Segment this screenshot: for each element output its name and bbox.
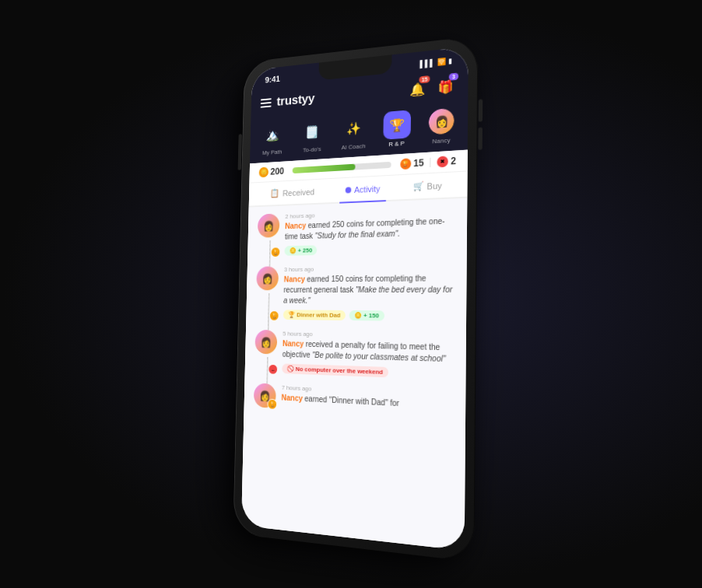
todos-label: To-do's <box>303 145 321 153</box>
header-right: 🔔 15 🎁 3 <box>406 75 457 101</box>
coin-dot-yellow: 🪙 <box>259 167 269 178</box>
feed-tag-2-0: 🏆 Dinner with Dad <box>283 310 346 320</box>
buy-icon: 🛒 <box>412 181 423 192</box>
power-button <box>238 134 242 170</box>
nav-tab-my-path[interactable]: 🏔️ My Path <box>257 120 287 156</box>
feed-tag-1-0: 🪙 + 250 <box>284 245 317 255</box>
gift-icon: 🎁 <box>437 79 454 95</box>
activity-label: Activity <box>354 184 381 194</box>
feed-avatar-4: 👩 🏆 <box>254 383 276 408</box>
feed-avatar-badge-2: 🏆 <box>269 310 279 321</box>
signal-icon: ▌▌▌ <box>419 58 434 68</box>
coin-dot-red: ✖ <box>437 156 448 167</box>
feed-avatar-img-3: 👩 <box>254 330 277 355</box>
feed-avatar-1: 👩 🏆 <box>257 213 279 256</box>
rp-icon: 🏆 <box>383 110 411 140</box>
rp-label: R & P <box>388 140 405 148</box>
feed-avatar-img-1: 👩 <box>258 213 280 237</box>
feed-item-3: 👩 – 5 hours ago Nancy received a penalty… <box>245 322 466 383</box>
gift-badge: 3 <box>449 72 458 80</box>
tab-activity[interactable]: Activity <box>339 179 386 199</box>
feed-text-3: Nancy received a penalty for failing to … <box>283 338 455 365</box>
feed-content-3: 5 hours ago Nancy received a penalty for… <box>282 331 455 380</box>
feed-text-2: Nancy earned 150 coins for completing th… <box>283 273 455 307</box>
notification-button[interactable]: 🔔 15 <box>406 77 428 101</box>
app-title: trustyy <box>276 91 314 109</box>
feed-item-4: 👩 🏆 7 hours ago Nancy earned "Dinner wit… <box>244 375 466 422</box>
feed-text-1: Nancy earned 250 coins for completing th… <box>285 215 456 242</box>
ai-coach-label: AI Coach <box>342 142 366 151</box>
notif-badge: 15 <box>419 75 430 83</box>
my-path-icon: 🏔️ <box>260 121 285 149</box>
coin-bar-progress <box>293 164 356 174</box>
feed-tag-3-0: 🚫 No computer over the weekend <box>282 363 388 377</box>
my-path-label: My Path <box>262 149 283 156</box>
feed-time-2: 3 hours ago <box>284 264 455 273</box>
volume-down-button <box>478 127 482 149</box>
feed-tags-1: 🪙 + 250 <box>284 242 455 256</box>
feed-name-3: Nancy <box>283 339 304 348</box>
coin-item-trophy: 🏆 15 <box>400 157 423 170</box>
activity-dot <box>346 187 352 193</box>
feed-content-4: 7 hours ago Nancy earned "Dinner with Da… <box>281 384 454 418</box>
feed-name-2: Nancy <box>284 275 305 284</box>
received-label: Received <box>283 187 314 198</box>
nav-tab-nancy[interactable]: 👩 Nancy <box>424 106 459 145</box>
tab-buy[interactable]: 🛒 Buy <box>406 176 448 196</box>
nancy-label: Nancy <box>432 137 450 145</box>
nav-tab-todos[interactable]: 🗒️ To-do's <box>297 117 328 154</box>
feed-avatar-3: 👩 – <box>254 330 277 373</box>
header-left: trustyy <box>261 91 315 110</box>
received-icon: 📋 <box>270 188 280 198</box>
wifi-icon: 🛜 <box>437 58 446 66</box>
feed-tag-2-1: 🪙 + 150 <box>349 310 384 321</box>
coin-item-main: 🪙 200 <box>259 166 285 177</box>
feed-avatar-badge-4: 🏆 <box>267 399 277 410</box>
feed-item-2: 👩 🏆 3 hours ago Nancy earned 150 coins f… <box>246 256 466 325</box>
feed-name-4: Nancy <box>281 394 302 403</box>
feed-tags-2: 🏆 Dinner with Dad 🪙 + 150 <box>283 310 455 321</box>
feed-avatar-2: 👩 🏆 <box>255 266 279 319</box>
nav-tab-rp[interactable]: 🏆 R & P <box>380 110 414 149</box>
nancy-avatar: 👩 <box>429 108 455 135</box>
penalty-value: 2 <box>451 156 456 167</box>
status-icons: ▌▌▌ 🛜 ▮ <box>419 57 452 68</box>
ai-coach-icon: ✨ <box>340 114 367 143</box>
activity-feed: 👩 🏆 2 hours ago Nancy earned 250 coins f… <box>241 198 467 551</box>
bell-icon: 🔔 <box>409 81 425 97</box>
status-time: 9:41 <box>265 74 279 84</box>
coin-separator <box>430 158 431 167</box>
feed-name-1: Nancy <box>285 222 306 230</box>
trophy-value: 15 <box>413 157 424 169</box>
nancy-avatar-icon: 👩 <box>427 106 456 136</box>
feed-avatar-img-2: 👩 <box>256 266 279 290</box>
feed-item-1: 👩 🏆 2 hours ago Nancy earned 250 coins f… <box>247 198 467 260</box>
todos-icon: 🗒️ <box>300 117 325 145</box>
scene: 9:41 ▌▌▌ 🛜 ▮ trustyy <box>0 0 702 588</box>
phone-shell: 9:41 ▌▌▌ 🛜 ▮ trustyy <box>233 36 478 562</box>
feed-content-2: 3 hours ago Nancy earned 150 coins for c… <box>283 264 455 321</box>
coin-dot-orange: 🏆 <box>400 158 411 170</box>
gift-button[interactable]: 🎁 3 <box>434 75 457 99</box>
buy-label: Buy <box>426 180 441 191</box>
phone-screen: 9:41 ▌▌▌ 🛜 ▮ trustyy <box>241 47 469 551</box>
tab-received[interactable]: 📋 Received <box>265 183 321 202</box>
battery-icon: ▮ <box>448 57 452 65</box>
volume-up-button <box>479 99 483 121</box>
screen-content: 9:41 ▌▌▌ 🛜 ▮ trustyy <box>241 47 469 551</box>
feed-content-1: 2 hours ago Nancy earned 250 coins for c… <box>284 207 455 256</box>
coin-item-penalty: ✖ 2 <box>437 156 456 168</box>
menu-button[interactable] <box>261 98 272 107</box>
feed-avatar-badge-3: – <box>268 364 278 375</box>
feed-avatar-badge-1: 🏆 <box>271 247 281 257</box>
coin-value: 200 <box>270 166 284 177</box>
nav-tab-ai-coach[interactable]: ✨ AI Coach <box>337 114 370 152</box>
coin-bar <box>293 162 391 173</box>
